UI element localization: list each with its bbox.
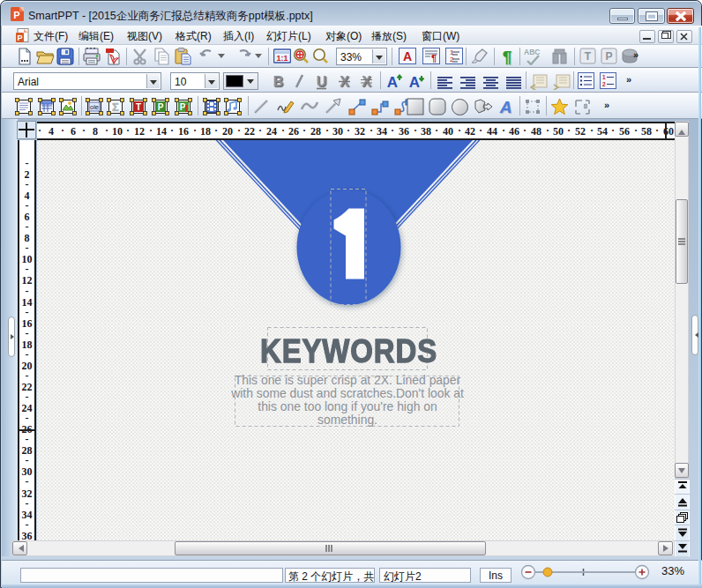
svg-text:2: 2 — [602, 81, 606, 87]
svg-text:P: P — [17, 33, 22, 42]
svg-text:P: P — [180, 102, 186, 112]
svg-text:B: B — [273, 74, 284, 89]
svg-text:A: A — [499, 98, 512, 116]
svg-text:T: T — [136, 102, 141, 112]
svg-text:P: P — [605, 50, 612, 63]
svg-text:1: 1 — [602, 74, 606, 80]
svg-text:Σ: Σ — [112, 100, 119, 114]
svg-text:X: X — [362, 74, 371, 89]
svg-text:¶: ¶ — [431, 53, 437, 63]
svg-text:A: A — [387, 74, 398, 90]
svg-text:¶: ¶ — [503, 48, 512, 65]
svg-text:1:1: 1:1 — [276, 54, 288, 63]
svg-text:P: P — [13, 10, 19, 20]
svg-text:P: P — [158, 102, 164, 112]
svg-text:A: A — [409, 74, 420, 90]
svg-text:A: A — [403, 49, 412, 63]
svg-text:ABC: ABC — [524, 48, 540, 56]
svg-text:U: U — [317, 74, 327, 89]
svg-text:ole: ole — [90, 103, 99, 111]
svg-text:T: T — [585, 50, 592, 63]
